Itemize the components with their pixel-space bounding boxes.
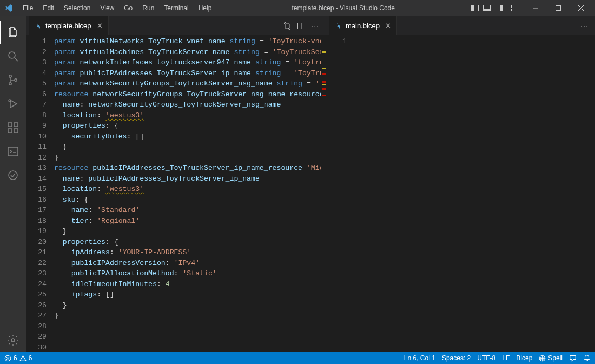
editor-group-right: main.bicep ✕ ··· 1 <box>326 16 595 352</box>
line-gutter: 1 <box>326 35 354 352</box>
status-bar: 6 6 Ln 6, Col 1 Spaces: 2 UTF-8 LF Bicep… <box>0 352 595 364</box>
status-indent[interactable]: Spaces: 2 <box>442 354 471 362</box>
menu-view[interactable]: View <box>96 2 118 14</box>
testing-activity[interactable] <box>0 163 26 187</box>
status-eol[interactable]: LF <box>502 354 510 362</box>
close-icon[interactable]: ✕ <box>385 22 391 30</box>
svg-point-27 <box>285 22 286 24</box>
svg-rect-9 <box>512 9 514 11</box>
editor-actions-left: ··· <box>283 22 322 30</box>
menu-edit[interactable]: Edit <box>38 2 58 14</box>
more-actions-icon[interactable]: ··· <box>311 22 319 30</box>
menu-file[interactable]: File <box>18 2 37 14</box>
svg-point-26 <box>11 339 15 342</box>
svg-rect-21 <box>8 129 12 133</box>
menu-run[interactable]: Run <box>138 2 158 14</box>
bell-icon <box>583 354 591 362</box>
run-debug-activity[interactable] <box>0 92 26 116</box>
editor-actions-right: ··· <box>580 22 592 30</box>
svg-point-14 <box>9 52 15 58</box>
svg-point-18 <box>15 79 17 81</box>
bicep-file-icon <box>335 22 342 30</box>
status-spell[interactable]: Spell <box>539 354 563 362</box>
tab-bar-left: template.bicep ✕ ··· <box>26 16 326 35</box>
svg-rect-8 <box>507 9 510 11</box>
maximize-button[interactable] <box>548 0 568 16</box>
svg-rect-24 <box>8 147 18 156</box>
svg-rect-22 <box>14 129 18 133</box>
svg-line-15 <box>15 58 18 61</box>
more-actions-icon[interactable]: ··· <box>580 22 589 30</box>
status-language[interactable]: Bicep <box>516 354 532 362</box>
minimap[interactable] <box>321 35 326 352</box>
search-activity[interactable] <box>0 44 26 68</box>
svg-point-25 <box>9 171 17 180</box>
svg-rect-5 <box>500 5 502 11</box>
window-title: template.bicep - Visual Studio Code <box>216 4 471 12</box>
menu-help[interactable]: Help <box>194 2 216 14</box>
activity-bar <box>0 16 26 352</box>
bicep-file-icon <box>35 22 42 30</box>
svg-point-17 <box>9 83 11 85</box>
vscode-logo-icon <box>4 4 13 12</box>
menu-terminal[interactable]: Terminal <box>160 2 193 14</box>
svg-rect-3 <box>484 9 490 11</box>
menu-selection[interactable]: Selection <box>60 2 95 14</box>
feedback-icon <box>569 354 577 362</box>
editor-group-left: template.bicep ✕ ··· 1234567891011121314… <box>26 16 326 352</box>
status-feedback[interactable] <box>569 354 577 362</box>
status-encoding[interactable]: UTF-8 <box>477 354 495 362</box>
editor-right[interactable]: 1 <box>326 35 595 352</box>
svg-rect-23 <box>14 123 18 127</box>
layout-controls <box>471 4 515 12</box>
menu-go[interactable]: Go <box>120 2 137 14</box>
status-cursor[interactable]: Ln 6, Col 1 <box>404 354 435 362</box>
tab-label: template.bicep <box>45 22 91 30</box>
split-editor-icon[interactable] <box>297 22 306 30</box>
warning-icon <box>19 355 27 362</box>
svg-point-19 <box>9 100 11 102</box>
manage-activity[interactable] <box>0 328 26 352</box>
title-bar: File Edit Selection View Go Run Terminal… <box>0 0 595 16</box>
toggle-panel-icon[interactable] <box>482 4 491 12</box>
svg-point-16 <box>9 75 11 77</box>
close-icon[interactable]: ✕ <box>97 22 103 30</box>
toggle-primary-sidebar-icon[interactable] <box>471 4 479 12</box>
svg-rect-1 <box>472 5 474 11</box>
code-content[interactable] <box>354 35 595 352</box>
svg-point-35 <box>23 360 23 360</box>
minimize-button[interactable] <box>526 0 545 16</box>
customize-layout-icon[interactable] <box>506 4 515 12</box>
code-content[interactable]: param virtualNetworks_ToyTruck_vnet_name… <box>54 35 321 352</box>
tab-main-bicep[interactable]: main.bicep ✕ <box>329 16 397 35</box>
spell-icon <box>539 355 546 362</box>
extensions-activity[interactable] <box>0 116 26 140</box>
svg-rect-6 <box>507 5 510 8</box>
editor-left[interactable]: 1234567891011121314151617181920212223242… <box>26 35 326 352</box>
git-compare-icon[interactable] <box>283 22 292 30</box>
close-button[interactable] <box>571 0 591 16</box>
svg-point-28 <box>289 28 290 29</box>
tab-bar-right: main.bicep ✕ ··· <box>326 16 595 35</box>
status-notifications[interactable] <box>583 354 591 362</box>
error-icon <box>4 355 11 362</box>
source-control-activity[interactable] <box>0 68 26 92</box>
svg-rect-20 <box>8 123 12 127</box>
tab-label: main.bicep <box>346 22 380 30</box>
tab-template-bicep[interactable]: template.bicep ✕ <box>29 16 109 35</box>
svg-rect-7 <box>512 5 514 8</box>
terminal-activity[interactable] <box>0 140 26 163</box>
explorer-activity[interactable] <box>0 21 26 44</box>
menu-bar: File Edit Selection View Go Run Terminal… <box>18 2 216 14</box>
toggle-secondary-sidebar-icon[interactable] <box>494 4 503 12</box>
line-gutter: 1234567891011121314151617181920212223242… <box>26 35 54 352</box>
svg-rect-11 <box>556 6 561 11</box>
status-problems[interactable]: 6 6 <box>4 354 32 362</box>
